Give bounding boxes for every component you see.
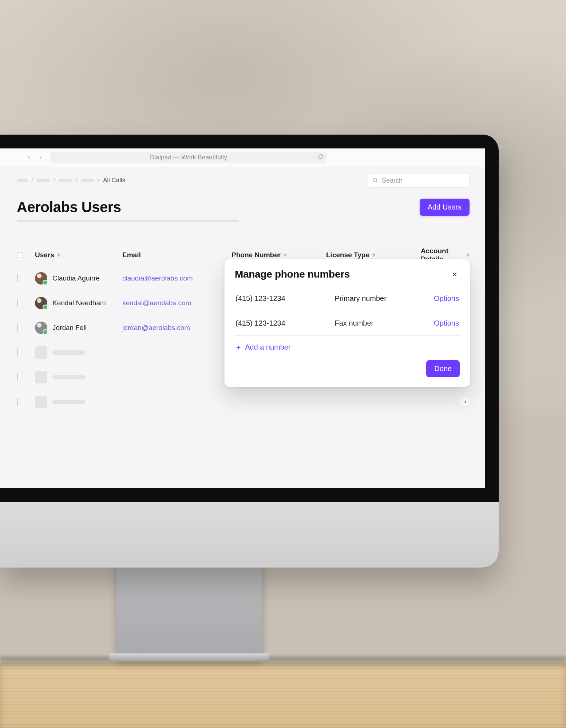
- add-users-button[interactable]: Add Users: [420, 199, 470, 216]
- address-bar[interactable]: Dialpad — Work Beautifully: [50, 152, 327, 163]
- sort-icon: [57, 253, 60, 257]
- column-phone-label: Phone Number: [231, 251, 281, 259]
- svg-marker-8: [467, 253, 470, 255]
- table-row-skeleton: [17, 390, 470, 414]
- sort-icon: [467, 253, 470, 257]
- skeleton-line: [52, 400, 85, 404]
- user-name: Kendal Needham: [52, 299, 106, 307]
- breadcrumb-skeleton: [59, 179, 72, 182]
- svg-marker-3: [57, 255, 60, 257]
- column-email-label: Email: [122, 251, 141, 259]
- popover-title: Manage phone numbers: [235, 268, 350, 280]
- add-number-button[interactable]: Add a number: [235, 336, 460, 355]
- monitor-stand: [116, 563, 262, 658]
- avatar: [35, 272, 47, 285]
- monitor-chin: [0, 502, 499, 568]
- close-button[interactable]: [450, 269, 460, 279]
- breadcrumb-separator: /: [98, 177, 99, 184]
- reload-icon[interactable]: [318, 154, 323, 161]
- row-checkbox[interactable]: [17, 324, 18, 331]
- user-email-link[interactable]: claudia@aerolabs.com: [122, 274, 193, 282]
- column-license[interactable]: License Type: [326, 251, 421, 259]
- user-name: Jordan Fell: [52, 324, 87, 332]
- add-number-label: Add a number: [245, 343, 291, 351]
- phone-number-type: Primary number: [335, 294, 434, 303]
- breadcrumb-skeleton: [17, 179, 28, 182]
- breadcrumb-separator: /: [75, 177, 77, 184]
- close-icon: [452, 271, 458, 277]
- column-email[interactable]: Email: [122, 251, 231, 259]
- search-input[interactable]: [381, 176, 465, 185]
- avatar: [35, 322, 47, 334]
- app-topbar: / / / / All Calls: [17, 172, 470, 189]
- desk-surface: [0, 663, 566, 728]
- svg-marker-4: [284, 253, 286, 255]
- skeleton-line: [52, 375, 85, 379]
- manage-phone-numbers-popover: Manage phone numbers (415) 123-1234 Prim…: [224, 259, 470, 387]
- page-header: Aerolabs Users Add Users: [17, 199, 470, 216]
- plus-icon: [235, 345, 241, 350]
- svg-marker-2: [57, 253, 60, 255]
- row-checkbox[interactable]: [17, 349, 18, 356]
- search-icon: [372, 178, 378, 183]
- avatar-skeleton: [35, 346, 47, 359]
- sort-icon: [284, 253, 286, 257]
- user-email-link[interactable]: jordan@aerolabs.com: [122, 324, 190, 331]
- phone-number-options-link[interactable]: Options: [434, 319, 459, 327]
- svg-marker-7: [372, 255, 375, 257]
- phone-number-row: (415) 123-1234 Primary number Options: [235, 286, 460, 311]
- nav-forward-button[interactable]: [37, 154, 44, 161]
- phone-number-value: (415) 123-1234: [235, 319, 335, 327]
- svg-marker-9: [467, 255, 470, 257]
- select-all-checkbox[interactable]: [17, 252, 23, 258]
- breadcrumb: / / / / All Calls: [17, 177, 125, 184]
- phone-number-value: (415) 123-1234: [235, 294, 335, 303]
- breadcrumb-skeleton: [81, 179, 94, 182]
- avatar-skeleton: [35, 396, 47, 408]
- sort-icon: [372, 253, 375, 257]
- browser-top-bar: Dialpad — Work Beautifully: [0, 148, 485, 167]
- app-frame: / / / / All Calls Aerola: [0, 167, 485, 488]
- desk-shadow: [0, 657, 566, 666]
- phone-number-row: (415) 123-1234 Fax number Options: [235, 311, 460, 336]
- column-phone[interactable]: Phone Number: [231, 251, 326, 259]
- svg-point-0: [373, 179, 377, 182]
- screen: Dialpad — Work Beautifully / / /: [0, 148, 485, 488]
- done-button[interactable]: Done: [426, 360, 460, 377]
- svg-marker-6: [372, 253, 375, 255]
- nav-back-button[interactable]: [25, 154, 32, 161]
- breadcrumb-skeleton: [37, 179, 50, 182]
- user-email-link[interactable]: kendal@aerolabs.com: [122, 299, 191, 307]
- users-table: Users Email Phone Number: [17, 244, 470, 414]
- row-checkbox[interactable]: [17, 398, 18, 406]
- skeleton-line: [52, 350, 85, 355]
- phone-number-options-link[interactable]: Options: [434, 294, 459, 303]
- breadcrumb-separator: /: [54, 177, 55, 184]
- breadcrumb-separator: /: [31, 177, 33, 184]
- phone-number-type: Fax number: [335, 319, 434, 327]
- column-license-label: License Type: [326, 251, 369, 259]
- page-title: Aerolabs Users: [17, 199, 121, 215]
- row-expand-button[interactable]: [460, 397, 470, 407]
- breadcrumb-current: All Calls: [103, 177, 125, 184]
- svg-line-1: [376, 182, 377, 183]
- column-users-label: Users: [35, 251, 54, 259]
- user-name: Claudia Aguirre: [52, 274, 100, 282]
- monitor: Dialpad — Work Beautifully / / /: [0, 135, 499, 568]
- search-field[interactable]: [368, 173, 470, 188]
- address-bar-title: Dialpad — Work Beautifully: [150, 154, 227, 161]
- row-checkbox[interactable]: [17, 274, 18, 282]
- avatar-skeleton: [35, 371, 47, 383]
- avatar: [35, 297, 47, 309]
- title-underline: [17, 220, 470, 224]
- row-checkbox[interactable]: [17, 299, 18, 307]
- svg-marker-5: [284, 255, 286, 257]
- row-checkbox[interactable]: [17, 373, 18, 381]
- column-users[interactable]: Users: [35, 251, 122, 259]
